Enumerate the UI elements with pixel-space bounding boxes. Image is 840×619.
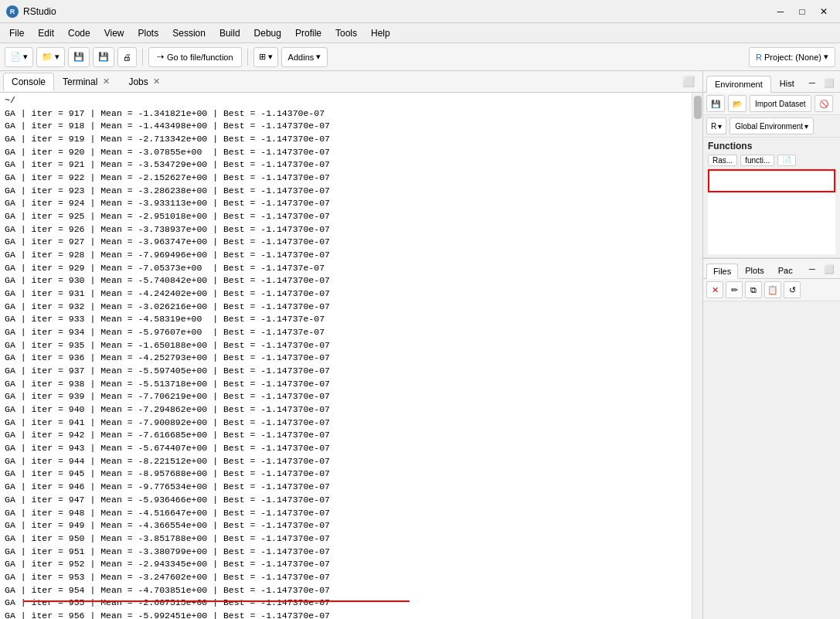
tab-files-label: Files: [713, 267, 731, 276]
refresh-icon: ↺: [789, 285, 796, 295]
copy-icon: ⧉: [750, 285, 757, 295]
new-function-icon: 📄: [782, 156, 791, 165]
global-environment-button[interactable]: Global Environment ▾: [729, 117, 814, 134]
new-file-button[interactable]: 📄 ▾: [5, 47, 33, 67]
menu-profile[interactable]: Profile: [289, 26, 328, 40]
functions-content: [708, 192, 835, 254]
global-env-label: Global Environment: [735, 122, 803, 131]
addins-button[interactable]: Addins ▾: [281, 47, 328, 67]
tab-jobs[interactable]: Jobs ✕: [120, 73, 170, 91]
menu-edit[interactable]: Edit: [32, 26, 60, 40]
jobs-close-icon[interactable]: ✕: [151, 77, 162, 87]
menu-bar: File Edit Code View Plots Session Build …: [0, 23, 840, 43]
console-line: GA | iter = 924 | Mean = -3.933113e+00 |…: [5, 197, 687, 210]
clear-console-button[interactable]: 🚫: [814, 95, 833, 112]
tab-jobs-label: Jobs: [128, 77, 148, 87]
tab-terminal[interactable]: Terminal ✕: [54, 73, 120, 91]
menu-session[interactable]: Session: [166, 26, 212, 40]
grid-button[interactable]: ⊞ ▾: [253, 47, 278, 67]
rename-file-button[interactable]: ✏: [726, 281, 743, 298]
functions-header: Functions: [708, 141, 835, 151]
r-dropdown-arrow-icon: ▾: [718, 122, 722, 131]
scrollbar-thumb[interactable]: [694, 96, 702, 119]
function-highlight-box[interactable]: [708, 169, 835, 192]
tab-plots-label: Plots: [745, 266, 763, 275]
minimize-panel-button[interactable]: ─: [804, 75, 820, 90]
load-workspace-icon: 📂: [733, 100, 742, 108]
new-function-button[interactable]: 📄: [777, 155, 796, 166]
menu-tools[interactable]: Tools: [329, 26, 363, 40]
main-container: Console Terminal ✕ Jobs ✕ ⬜ ~/ GA | iter…: [0, 71, 840, 619]
pencil-icon: ✏: [731, 285, 738, 295]
project-arrow-icon: ▾: [824, 52, 828, 62]
menu-plots[interactable]: Plots: [132, 26, 165, 40]
project-button[interactable]: R Project: (None) ▾: [749, 47, 835, 67]
close-button[interactable]: ✕: [814, 3, 834, 20]
save-workspace-button[interactable]: 💾: [706, 95, 725, 112]
project-r-icon: R: [756, 53, 762, 62]
console-output: ~/ GA | iter = 917 | Mean = -1.341821e+0…: [0, 93, 692, 619]
tab-console[interactable]: Console: [3, 73, 54, 91]
save-icon: 💾: [73, 52, 84, 62]
maximize-button[interactable]: □: [792, 3, 812, 20]
console-line: GA | iter = 922 | Mean = -2.152627e+00 |…: [5, 172, 687, 185]
delete-file-button[interactable]: ✕: [706, 281, 723, 298]
functi-button[interactable]: functi...: [740, 155, 774, 166]
tab-environment[interactable]: Environment: [706, 76, 771, 93]
console-maximize-button[interactable]: ⬜: [678, 72, 699, 92]
bottom-maximize-button[interactable]: ⬜: [821, 261, 837, 277]
load-workspace-button[interactable]: 📂: [728, 95, 746, 112]
tab-history[interactable]: Hist: [771, 75, 803, 92]
copy-file-button[interactable]: ⧉: [745, 281, 762, 298]
import-dataset-button[interactable]: Import Dataset: [750, 95, 811, 112]
tab-packages[interactable]: Pac: [771, 263, 800, 278]
functi-label: functi...: [745, 156, 770, 165]
console-line: GA | iter = 947 | Mean = -5.936466e+00 |…: [5, 494, 687, 507]
console-line: GA | iter = 942 | Mean = -7.616685e+00 |…: [5, 429, 687, 442]
menu-code[interactable]: Code: [62, 26, 97, 40]
paste-file-button[interactable]: 📋: [764, 281, 781, 298]
left-tab-bar: Console Terminal ✕ Jobs ✕ ⬜: [0, 71, 702, 93]
right-tab-icons: ─ ⬜: [804, 75, 837, 92]
save-all-icon: 💾: [98, 52, 109, 62]
console-line: GA | iter = 933 | Mean = -4.58319e+00 | …: [5, 313, 687, 326]
console-line: GA | iter = 954 | Mean = -4.703851e+00 |…: [5, 584, 687, 597]
clear-icon: 🚫: [819, 100, 828, 108]
save-button[interactable]: 💾: [68, 47, 90, 67]
console-line: GA | iter = 918 | Mean = -1.443498e+00 |…: [5, 120, 687, 133]
tab-files[interactable]: Files: [706, 264, 738, 279]
open-arrow-icon: ▾: [55, 52, 60, 62]
menu-view[interactable]: View: [98, 26, 131, 40]
open-file-icon: 📁: [42, 52, 53, 62]
open-file-button[interactable]: 📁 ▾: [36, 47, 65, 67]
bottom-minimize-button[interactable]: ─: [804, 261, 820, 277]
console-line: GA | iter = 929 | Mean = -7.05373e+00 | …: [5, 262, 687, 275]
rastrigin-label: Ras...: [712, 156, 733, 165]
rastrigin-function-button[interactable]: Ras...: [708, 155, 737, 166]
go-to-file-button[interactable]: ⇢ Go to file/function: [148, 47, 242, 67]
save-all-button[interactable]: 💾: [93, 47, 114, 67]
menu-file[interactable]: File: [3, 26, 30, 40]
refresh-button[interactable]: ↺: [784, 281, 801, 298]
print-button[interactable]: 🖨: [117, 47, 137, 67]
menu-help[interactable]: Help: [365, 26, 396, 40]
console-line: GA | iter = 935 | Mean = -1.650188e+00 |…: [5, 339, 687, 352]
functions-section: Functions Ras... functi... 📄: [703, 138, 840, 258]
console-line: GA | iter = 928 | Mean = -7.969496e+00 |…: [5, 249, 687, 262]
new-file-icon: 📄: [10, 52, 21, 62]
r-language-dropdown[interactable]: R ▾: [706, 117, 726, 134]
terminal-close-icon[interactable]: ✕: [100, 77, 111, 87]
tab-packages-label: Pac: [778, 266, 793, 275]
console-line: GA | iter = 923 | Mean = -3.286238e+00 |…: [5, 185, 687, 198]
menu-debug[interactable]: Debug: [248, 26, 287, 40]
console-line: GA | iter = 936 | Mean = -4.252793e+00 |…: [5, 352, 687, 365]
console-line: GA | iter = 925 | Mean = -2.951018e+00 |…: [5, 210, 687, 223]
console-scrollbar[interactable]: [692, 93, 702, 619]
tab-plots[interactable]: Plots: [738, 263, 770, 278]
console-line: GA | iter = 920 | Mean = -3.07855e+00 | …: [5, 146, 687, 159]
separator-1: [142, 49, 143, 66]
maximize-panel-button[interactable]: ⬜: [821, 75, 837, 90]
menu-build[interactable]: Build: [213, 26, 247, 40]
minimize-button[interactable]: ─: [770, 3, 791, 20]
bottom-right-panel: Files Plots Pac ─ ⬜ ✕ ✏: [703, 258, 840, 619]
